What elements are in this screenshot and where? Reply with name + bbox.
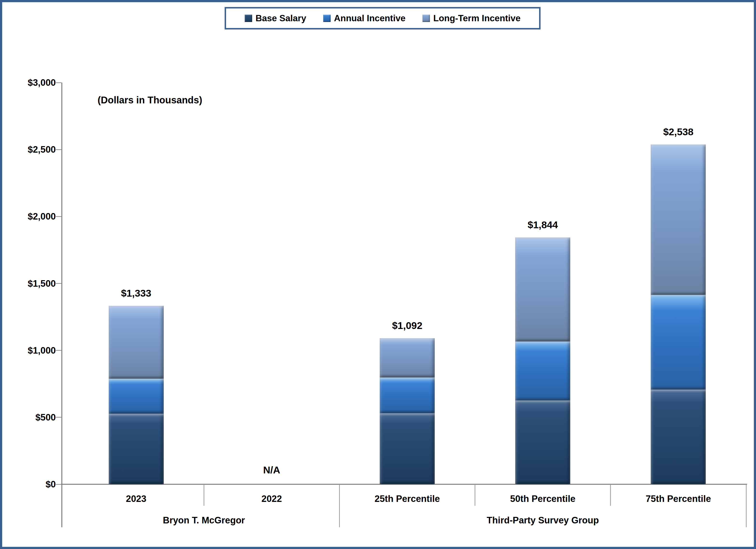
axis-divider [204,484,204,506]
category-label: 2022 [204,493,339,504]
bar-segment-annual-incentive [515,342,570,400]
y-tick-mark [56,283,61,284]
group-label: Third-Party Survey Group [339,515,746,526]
y-tick-mark [56,149,61,150]
y-axis-label: $3,000 [9,77,56,88]
bar-total-label: $1,333 [98,288,175,299]
axis-divider [475,484,475,506]
bar-segment-annual-incentive [109,379,164,414]
category-label: 50th Percentile [475,493,611,504]
category-label: 75th Percentile [611,493,746,504]
bar-segment-annual-incentive [380,378,435,413]
y-tick-mark [56,216,61,217]
plot-area: $0$500$1,000$1,500$2,000$2,500$3,000$1,3… [2,2,756,549]
bar-segment-long-term-incentive [380,338,435,378]
bar-segment-base-salary [109,414,164,484]
y-axis-label: $1,500 [9,278,56,289]
y-axis-label: $500 [9,412,56,423]
y-tick-mark [56,484,61,485]
bar-segment-long-term-incentive [109,306,164,379]
bar-segment-annual-incentive [651,295,706,390]
category-label: 25th Percentile [339,493,475,504]
bar-total-label: $1,092 [369,320,446,331]
y-tick-mark [56,82,61,83]
y-tick-mark [56,350,61,351]
y-axis-label: $1,000 [9,345,56,356]
chart-canvas: Base Salary Annual Incentive Long-Term I… [0,0,756,549]
bar-segment-long-term-incentive [651,144,706,295]
bar-segment-base-salary [515,400,570,484]
y-axis-label: $0 [9,478,56,490]
bar-segment-base-salary [651,390,706,484]
bar-total-label: $1,844 [504,219,581,230]
axis-divider [610,484,611,506]
bar-total-label: $2,538 [640,126,717,137]
y-tick-mark [56,417,61,418]
bar-segment-long-term-incentive [515,237,570,342]
y-axis-line [61,83,62,527]
y-axis-label: $2,000 [9,211,56,222]
na-label: N/A [233,464,310,476]
y-axis-label: $2,500 [9,144,56,155]
group-label: Bryon T. McGregor [68,515,339,526]
bar-segment-base-salary [380,413,435,484]
category-label: 2023 [68,493,204,504]
